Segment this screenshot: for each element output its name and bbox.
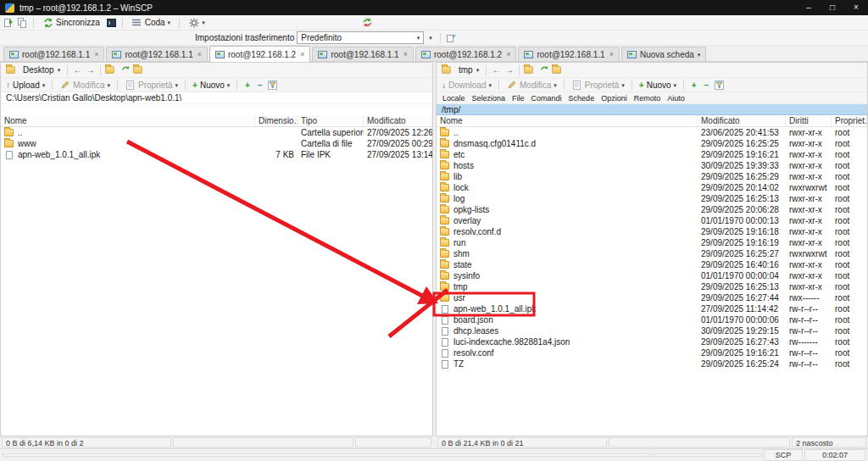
file-row[interactable]: board.json01/01/1970 00:00:06rw-r--r--ro… <box>437 314 867 325</box>
upload-button[interactable]: ↑Upload▾ <box>3 79 47 92</box>
duplicate-session-icon[interactable] <box>17 17 28 28</box>
menu-aiuto[interactable]: Aiuto <box>664 92 688 104</box>
file-row[interactable]: hosts30/09/2025 19:39:33rwxr-xr-xroot <box>437 160 867 171</box>
file-row[interactable]: ..23/06/2025 20:41:53rwxr-xr-xroot <box>437 127 867 138</box>
file-row[interactable]: etc29/09/2025 19:16:21rwxr-xr-xroot <box>437 149 867 160</box>
add-icon[interactable]: + <box>688 80 699 91</box>
file-row[interactable]: lib29/09/2025 16:25:29rwxr-xr-xroot <box>437 171 867 182</box>
back-icon[interactable]: ← <box>72 64 83 75</box>
transfer-settings-select[interactable]: Predefinito ▾ <box>297 31 424 44</box>
local-drive-select[interactable]: Desktop ▾ <box>3 64 63 76</box>
tab-close-icon[interactable]: × <box>403 50 408 58</box>
tab-close-icon[interactable]: × <box>506 50 510 58</box>
file-row[interactable]: TZ29/09/2025 16:25:24rw-r--r--root <box>437 358 867 369</box>
folder-icon <box>552 66 560 74</box>
file-row[interactable]: opkg-lists29/09/2025 20:06:28rwxr-xr-xro… <box>437 204 867 215</box>
edit-button[interactable]: Modifica▾ <box>57 79 113 92</box>
file-row[interactable]: luci-indexcache.982881a4.json29/09/2025 … <box>437 336 867 347</box>
menu-schede[interactable]: Schede <box>565 92 598 104</box>
transfer-options-chevron-icon[interactable]: ▾ <box>426 35 435 41</box>
remote-drive-select[interactable]: tmp ▾ <box>439 64 481 76</box>
properties-button[interactable]: Proprietà▾ <box>122 79 181 92</box>
column-header-nome[interactable]: Nome <box>1 115 255 126</box>
menu-seleziona[interactable]: Seleziona <box>469 92 509 104</box>
filter-icon[interactable] <box>267 80 278 91</box>
filter-icon[interactable] <box>714 80 725 91</box>
add-icon[interactable]: + <box>242 80 253 91</box>
file-row[interactable]: resolv.conf29/09/2025 19:16:21rw-r--r--r… <box>437 347 867 358</box>
home-directory-icon[interactable] <box>133 64 147 75</box>
file-row[interactable]: dnsmasq.cfg01411c.d29/09/2025 16:25:25rw… <box>437 138 867 149</box>
file-row[interactable]: sysinfo01/01/1970 00:00:04rwxr-xr-xroot <box>437 270 867 281</box>
remove-icon[interactable]: − <box>701 80 712 91</box>
upload-label: Upload <box>13 81 40 90</box>
forward-icon[interactable]: → <box>504 64 515 75</box>
menu-opzioni[interactable]: Opzioni <box>598 92 631 104</box>
file-row-highlighted[interactable]: apn-web_1.0.1_all.ipk27/09/2025 11:14:42… <box>437 303 867 314</box>
parent-directory-icon[interactable] <box>105 64 119 75</box>
session-tab-active[interactable]: root@192.168.1.2× <box>209 46 310 62</box>
file-row[interactable]: shm29/09/2025 16:25:27rwxrwxrwtroot <box>437 248 867 259</box>
refresh-icon[interactable] <box>539 64 550 75</box>
column-header-diritti[interactable]: Diritti <box>786 115 832 126</box>
console-icon[interactable] <box>106 17 117 28</box>
refresh-icon[interactable] <box>120 64 131 75</box>
file-row[interactable]: state29/09/2025 16:40:16rwxr-xr-xroot <box>437 259 867 270</box>
tab-close-icon[interactable]: × <box>198 50 202 58</box>
queue-button[interactable]: Coda ▾ <box>128 16 174 30</box>
column-header-nome[interactable]: Nome <box>437 115 698 126</box>
new-tab-button[interactable]: Nuova scheda▾ <box>621 47 706 61</box>
local-path-bar[interactable]: C:\Users\Cristian Gallo\Desktop\apn-web1… <box>1 92 432 104</box>
column-header-proprietario[interactable]: Propriet... <box>832 115 867 126</box>
remote-path-bar[interactable]: /tmp/ <box>437 104 867 115</box>
home-directory-icon[interactable] <box>552 64 565 75</box>
remove-icon[interactable]: − <box>254 80 265 91</box>
maximize-button[interactable]: □ <box>821 0 844 15</box>
file-row[interactable]: usr29/09/2025 16:27:44rwx------root <box>437 292 867 303</box>
session-tab[interactable]: root@192.168.1.2× <box>415 47 516 61</box>
parent-directory-icon[interactable] <box>524 64 537 75</box>
column-header-modificato[interactable]: Modificato <box>698 115 786 126</box>
column-header-dimensione[interactable]: Dimensio... <box>255 115 298 126</box>
transfer-settings-toolbar: Impostazioni trasferimento Predefinito ▾… <box>0 31 868 46</box>
tab-close-icon[interactable]: × <box>94 50 98 58</box>
new-button[interactable]: +Nuovo▾ <box>190 79 232 92</box>
menu-remoto[interactable]: Remoto <box>631 92 665 104</box>
file-row[interactable]: wwwCartella di file27/09/2025 00:29 <box>1 138 432 149</box>
menu-comandi[interactable]: Comandi <box>528 92 565 104</box>
minimize-button[interactable]: – <box>797 0 821 15</box>
file-row[interactable]: log29/09/2025 16:25:13rwxr-xr-xroot <box>437 193 867 204</box>
new-session-icon[interactable] <box>3 17 14 28</box>
menu-locale[interactable]: Locale <box>439 92 469 104</box>
hidden-files-count[interactable]: 2 nascosto <box>792 437 866 447</box>
refresh-session-icon[interactable] <box>362 17 373 28</box>
file-row[interactable]: ..Cartella superiore27/09/2025 12:26 <box>1 127 432 138</box>
forward-icon[interactable]: → <box>85 64 96 75</box>
download-button[interactable]: ↓Download▾ <box>439 79 494 92</box>
tab-close-icon[interactable]: × <box>300 50 304 58</box>
protocol-indicator[interactable]: SCP <box>764 449 803 461</box>
column-header-modificato[interactable]: Modificato <box>364 115 432 126</box>
menu-file[interactable]: File <box>509 92 528 104</box>
session-tab[interactable]: root@192.168.1.1× <box>312 47 413 61</box>
file-row[interactable]: resolv.conf.d29/09/2025 19:16:18rwxr-xr-… <box>437 226 867 237</box>
tab-close-icon[interactable]: × <box>609 50 614 58</box>
properties-button[interactable]: Proprietà▾ <box>569 79 627 92</box>
column-header-tipo[interactable]: Tipo <box>298 115 364 126</box>
file-row[interactable]: tmp29/09/2025 16:25:13rwxr-xr-xroot <box>437 281 867 292</box>
file-row[interactable]: overlay01/01/1970 00:00:13rwxr-xr-xroot <box>437 215 867 226</box>
edit-button[interactable]: Modifica▾ <box>504 79 559 92</box>
file-row[interactable]: apn-web_1.0.1_all.ipk7 KBFile IPK27/09/2… <box>1 149 432 160</box>
back-icon[interactable]: ← <box>491 64 502 75</box>
session-tab[interactable]: root@192.168.1.1× <box>106 47 207 61</box>
file-row[interactable]: lock29/09/2025 20:14:02rwxrwxrwtroot <box>437 182 867 193</box>
session-tab[interactable]: root@192.168.1.1× <box>518 47 619 61</box>
synchronize-button[interactable]: Sincronizza <box>39 16 103 30</box>
file-row[interactable]: dhcp.leases30/09/2025 19:29:15rw-r--r--r… <box>437 325 867 336</box>
new-button[interactable]: +Nuovo▾ <box>637 79 679 92</box>
file-row[interactable]: run29/09/2025 19:16:19rwxr-xr-xroot <box>437 237 867 248</box>
session-tab[interactable]: root@192.168.1.1× <box>3 47 104 61</box>
transfer-mode-icon[interactable] <box>446 32 457 43</box>
close-button[interactable]: × <box>844 0 868 15</box>
settings-button[interactable]: ▾ <box>185 16 209 30</box>
